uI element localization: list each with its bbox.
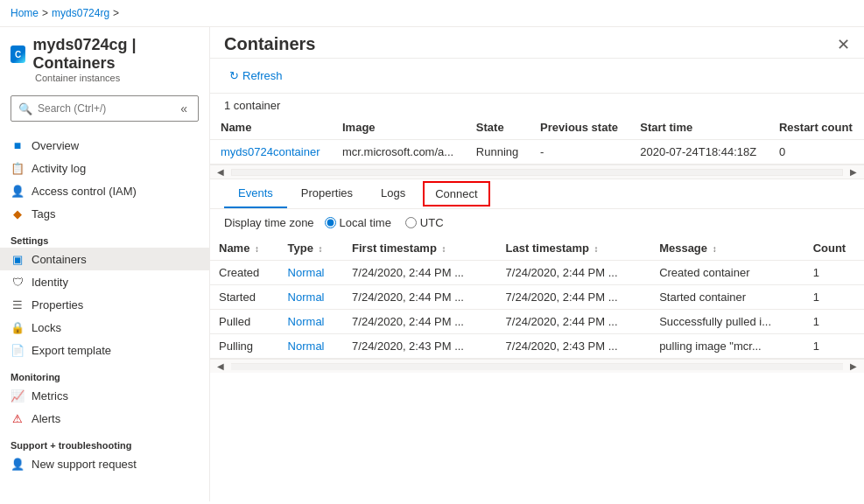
tab-properties[interactable]: Properties xyxy=(287,179,367,208)
evt-cell-name: Pulled xyxy=(210,310,279,334)
cell-name: myds0724container xyxy=(210,140,332,164)
containers-table-wrapper: Name Image State Previous state Start ti… xyxy=(210,116,864,179)
cell-restart-count: 0 xyxy=(769,140,864,164)
evt-cell-message: Started container xyxy=(650,285,804,310)
breadcrumb: Home > myds0724rg > xyxy=(0,0,864,27)
evt-cell-name: Created xyxy=(210,261,279,285)
cell-start-time: 2020-07-24T18:44:18Z xyxy=(629,140,769,164)
utc-radio[interactable]: UTC xyxy=(405,216,444,229)
evt-cell-count: 1 xyxy=(804,261,864,285)
export-icon: 📄 xyxy=(11,343,25,357)
settings-section-label: Settings xyxy=(0,232,209,248)
main-header: Containers ✕ xyxy=(210,27,864,59)
evt-cell-last-ts: 7/24/2020, 2:43 PM ... xyxy=(497,334,651,359)
scroll-right-icon2[interactable]: ▶ xyxy=(843,361,864,371)
sidebar-subtitle: Container instances xyxy=(11,73,199,83)
timezone-row: Display time zone Local time UTC xyxy=(210,209,864,236)
cell-previous-state: - xyxy=(530,140,629,164)
tab-events[interactable]: Events xyxy=(224,179,287,208)
sidebar-item-metrics[interactable]: 📈 Metrics xyxy=(0,384,209,407)
events-table: Name ↕ Type ↕ First timestamp ↕ Last tim… xyxy=(210,236,864,359)
local-time-input[interactable] xyxy=(325,217,336,228)
collapse-button[interactable]: « xyxy=(177,100,191,117)
page-title: Containers xyxy=(224,34,315,54)
support-icon: 👤 xyxy=(11,457,25,471)
sidebar-item-export-template[interactable]: 📄 Export template xyxy=(0,339,209,361)
containers-table: Name Image State Previous state Start ti… xyxy=(210,116,864,164)
col-start-time: Start time xyxy=(629,116,769,140)
evt-cell-first-ts: 7/24/2020, 2:43 PM ... xyxy=(343,334,497,359)
evt-cell-type: Normal xyxy=(279,285,343,310)
search-box[interactable]: 🔍 « xyxy=(11,95,199,122)
table-row: Pulled Normal 7/24/2020, 2:44 PM ... 7/2… xyxy=(210,310,864,334)
evt-cell-message: Successfully pulled i... xyxy=(650,310,804,334)
monitoring-section-label: Monitoring xyxy=(0,368,209,384)
evt-cell-count: 1 xyxy=(804,285,864,310)
containers-icon: ▣ xyxy=(11,252,25,266)
local-time-radio[interactable]: Local time xyxy=(325,216,391,229)
evt-cell-count: 1 xyxy=(804,310,864,334)
access-control-icon: 👤 xyxy=(11,184,25,198)
evt-cell-message: Created container xyxy=(650,261,804,285)
evt-cell-last-ts: 7/24/2020, 2:44 PM ... xyxy=(497,310,651,334)
bottom-section: Events Properties Logs Connect Display t… xyxy=(210,179,864,501)
evt-col-first-ts: First timestamp ↕ xyxy=(343,236,497,261)
tab-connect[interactable]: Connect xyxy=(423,181,489,206)
container-count: 1 container xyxy=(210,94,864,116)
col-image: Image xyxy=(332,116,466,140)
col-restart-count: Restart count xyxy=(769,116,864,140)
cell-state: Running xyxy=(466,140,530,164)
events-table-wrapper: Name ↕ Type ↕ First timestamp ↕ Last tim… xyxy=(210,236,864,501)
sidebar-item-new-support[interactable]: 👤 New support request xyxy=(0,452,209,475)
events-horizontal-scrollbar[interactable] xyxy=(231,363,843,370)
close-button[interactable]: ✕ xyxy=(837,35,850,54)
overview-icon: ■ xyxy=(11,138,25,152)
evt-cell-message: pulling image "mcr... xyxy=(650,334,804,359)
properties-icon: ☰ xyxy=(11,298,25,312)
table-row: Pulling Normal 7/24/2020, 2:43 PM ... 7/… xyxy=(210,334,864,359)
evt-col-type: Type ↕ xyxy=(279,236,343,261)
sidebar-item-activity-log[interactable]: 📋 Activity log xyxy=(0,157,209,179)
sidebar-item-tags[interactable]: ◆ Tags xyxy=(0,202,209,225)
refresh-icon: ↻ xyxy=(229,69,239,82)
table-row: Created Normal 7/24/2020, 2:44 PM ... 7/… xyxy=(210,261,864,285)
evt-cell-first-ts: 7/24/2020, 2:44 PM ... xyxy=(343,261,497,285)
sidebar-item-alerts[interactable]: ⚠ Alerts xyxy=(0,407,209,430)
col-name: Name xyxy=(210,116,332,140)
tags-icon: ◆ xyxy=(11,206,25,220)
tab-logs[interactable]: Logs xyxy=(367,179,419,208)
sidebar-item-properties[interactable]: ☰ Properties xyxy=(0,293,209,316)
scroll-left-icon2[interactable]: ◀ xyxy=(210,361,231,371)
sidebar-item-identity[interactable]: 🛡 Identity xyxy=(0,270,209,293)
sidebar-item-containers[interactable]: ▣ Containers xyxy=(0,248,209,270)
utc-input[interactable] xyxy=(405,217,417,228)
local-time-label: Local time xyxy=(340,216,391,229)
scroll-left-icon[interactable]: ◀ xyxy=(210,167,231,177)
evt-col-name: Name ↕ xyxy=(210,236,279,261)
evt-cell-last-ts: 7/24/2020, 2:44 PM ... xyxy=(497,261,651,285)
sidebar-item-overview[interactable]: ■ Overview xyxy=(0,134,209,157)
sidebar-item-locks[interactable]: 🔒 Locks xyxy=(0,316,209,339)
sidebar-item-access-control[interactable]: 👤 Access control (IAM) xyxy=(0,179,209,202)
horizontal-scrollbar[interactable] xyxy=(231,169,843,176)
timezone-radio-group: Local time UTC xyxy=(325,216,444,229)
evt-cell-type: Normal xyxy=(279,334,343,359)
support-section-label: Support + troubleshooting xyxy=(0,437,209,452)
locks-icon: 🔒 xyxy=(11,320,25,334)
identity-icon: 🛡 xyxy=(11,275,25,289)
evt-col-last-ts: Last timestamp ↕ xyxy=(497,236,651,261)
evt-cell-last-ts: 7/24/2020, 2:44 PM ... xyxy=(497,285,651,310)
breadcrumb-home[interactable]: Home xyxy=(11,7,39,19)
breadcrumb-resource[interactable]: myds0724rg xyxy=(52,7,109,19)
col-state: State xyxy=(466,116,530,140)
evt-cell-first-ts: 7/24/2020, 2:44 PM ... xyxy=(343,310,497,334)
scroll-right-icon[interactable]: ▶ xyxy=(843,167,864,177)
evt-col-message: Message ↕ xyxy=(650,236,804,261)
search-input[interactable] xyxy=(38,102,172,115)
utc-label: UTC xyxy=(420,216,444,229)
evt-cell-name: Started xyxy=(210,285,279,310)
evt-cell-type: Normal xyxy=(279,261,343,285)
col-previous-state: Previous state xyxy=(530,116,629,140)
refresh-button[interactable]: ↻ Refresh xyxy=(224,66,288,86)
alerts-icon: ⚠ xyxy=(11,411,25,425)
